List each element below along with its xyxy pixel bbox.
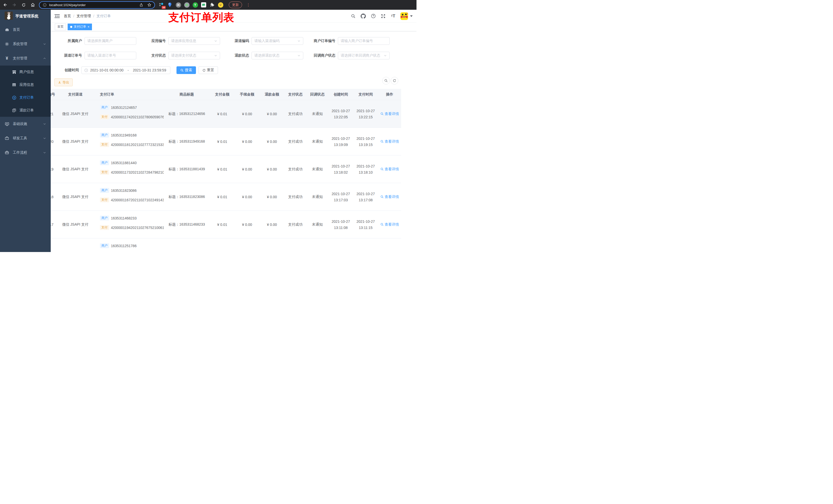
sidebar-item-5[interactable]: ¥支付订单: [0, 91, 51, 104]
logo[interactable]: 芋道管理系统: [0, 10, 51, 23]
info-icon[interactable]: [42, 2, 47, 7]
y-icon[interactable]: Y: [192, 2, 198, 8]
forward-icon[interactable]: [12, 2, 17, 7]
help-icon[interactable]: [371, 13, 376, 19]
time-line: 2021-10-27: [332, 218, 350, 224]
share-icon[interactable]: [139, 2, 144, 7]
export-button[interactable]: 导出: [54, 78, 73, 86]
filter-select[interactable]: 请选择退款状态: [252, 52, 303, 59]
update-button[interactable]: 更新: [229, 2, 242, 8]
cell-action: 查看详情: [378, 100, 401, 127]
github-icon[interactable]: [360, 13, 366, 19]
cell-amount: ¥ 0.01: [210, 211, 235, 238]
sidebar-item-6[interactable]: 退款订单: [0, 104, 51, 117]
time-line: 2021-10-27: [357, 218, 375, 224]
breadcrumb-home[interactable]: 首页: [64, 14, 71, 19]
puzzle-icon[interactable]: [209, 2, 215, 8]
url-text[interactable]: localhost:1024/pay/order: [49, 3, 86, 7]
view-detail-link[interactable]: 查看详情: [380, 195, 399, 199]
sidebar-item-9[interactable]: 工作流程: [0, 145, 51, 160]
chat-icon[interactable]: [201, 2, 207, 8]
map-pin-icon[interactable]: [167, 2, 173, 8]
back-icon[interactable]: [3, 2, 8, 7]
date-start: 2021-10-01 00:00:00: [90, 68, 123, 72]
cell-amount: [210, 238, 235, 252]
breadcrumb-pay[interactable]: 支付管理: [77, 14, 91, 19]
cell-id: 18: [51, 183, 57, 211]
avatar[interactable]: [400, 12, 408, 20]
cell-action: 查看详情: [378, 211, 401, 238]
close-icon[interactable]: ×: [88, 25, 89, 29]
cell-paid-time: 2021-10-2713:19:15: [353, 128, 378, 155]
extension-diamond-icon[interactable]: 10: [159, 2, 164, 8]
pay-order-no: 4200001194202110276752100612: [111, 225, 164, 230]
cell-title: [164, 238, 210, 252]
user-menu[interactable]: [400, 12, 413, 20]
sidebar-item-3[interactable]: 商户信息: [0, 66, 51, 78]
font-size-icon[interactable]: TT: [390, 13, 396, 19]
search-button[interactable]: 搜索: [176, 66, 196, 74]
date-range-input[interactable]: 2021-10-01 00:00:00 - 2021-10-31 23:59:5…: [81, 66, 170, 74]
sidebar-item-2[interactable]: ¥支付管理: [0, 51, 51, 66]
view-detail-link[interactable]: 查看详情: [380, 167, 399, 172]
browser-menu-icon[interactable]: ⋮: [246, 3, 250, 7]
command-icon[interactable]: ⌘: [175, 2, 181, 8]
cell-title: 标题：1635311823086: [164, 183, 210, 211]
filter-select[interactable]: 请选择订单回调商户状态: [338, 52, 389, 59]
sidebar-item-label: 系统管理: [13, 42, 27, 46]
breadcrumb-current: 支付订单: [97, 14, 111, 19]
cell-title: 标题：1635312124656: [164, 100, 210, 127]
filter-input[interactable]: 请输入渠道订单号: [85, 52, 136, 59]
filter-input[interactable]: 请输入商户订单编号: [338, 37, 389, 45]
column-header: 退款金额: [260, 89, 284, 100]
sidebar-item-0[interactable]: 首页: [0, 23, 51, 37]
breadcrumb: 首页 / 支付管理 / 支付订单: [64, 14, 111, 19]
filter-label: 渠道编码: [220, 39, 252, 43]
refresh-icon: [203, 69, 206, 72]
merchant-order-no: 1635311949168: [111, 133, 137, 137]
column-header: 手续金额: [235, 89, 260, 100]
sidebar-item-label: 退款订单: [20, 108, 34, 113]
toolbox-icon: [5, 136, 9, 141]
yen-icon: ¥: [5, 56, 9, 61]
search-icon[interactable]: [351, 13, 356, 19]
view-detail-link[interactable]: 查看详情: [380, 222, 399, 227]
filter-field: 渠道编码请输入渠道编码: [220, 37, 303, 45]
view-detail-link[interactable]: 查看详情: [380, 139, 399, 144]
merchant-order-line: 商户1635311949168: [100, 132, 137, 138]
tag-pay-order[interactable]: 支付订单 ×: [68, 24, 92, 30]
filter-label: 渠道订单号: [54, 53, 85, 58]
filter-select[interactable]: 请选择应用信息: [168, 37, 220, 45]
filter-input[interactable]: 请选择所属商户: [85, 37, 136, 45]
refresh-button[interactable]: [390, 77, 398, 85]
record-icon[interactable]: [184, 2, 190, 8]
home-icon[interactable]: [30, 2, 35, 7]
sidebar-toggle-icon[interactable]: [54, 14, 60, 19]
sidebar-item-8[interactable]: 研发工具: [0, 131, 51, 145]
cell-paid-time: 2021-10-2713:17:08: [353, 183, 378, 211]
view-detail-label: 查看详情: [385, 195, 399, 199]
cell-created-time: 2021-10-2713:22:05: [328, 100, 353, 127]
filter-select[interactable]: 请输入渠道编码: [252, 37, 303, 45]
search-toggle-button[interactable]: [382, 77, 390, 85]
emoji-icon[interactable]: [218, 2, 223, 8]
url-bar[interactable]: localhost:1024/pay/order: [39, 1, 155, 9]
time-line: 2021-10-27: [332, 191, 350, 197]
sidebar-item-7[interactable]: 基础设施: [0, 117, 51, 131]
time-line: 13:18:10: [359, 169, 373, 175]
fullscreen-icon[interactable]: [380, 13, 386, 19]
filter-field: 渠道订单号请输入渠道订单号: [54, 52, 136, 59]
tag-home[interactable]: 首页: [55, 24, 66, 30]
cell-notify: 未通知: [306, 183, 328, 211]
view-detail-link[interactable]: 查看详情: [380, 112, 399, 116]
filter-field: 支付状态请选择支付状态: [136, 52, 220, 59]
column-header: 支付金额: [210, 89, 235, 100]
filter-label: 回调商户状态: [303, 53, 338, 58]
sidebar-item-4[interactable]: 应用信息: [0, 78, 51, 91]
reset-button[interactable]: 重置: [198, 66, 218, 74]
star-icon[interactable]: [147, 2, 152, 7]
reload-icon[interactable]: [21, 2, 26, 7]
sidebar-item-1[interactable]: 系统管理: [0, 37, 51, 51]
filter-select[interactable]: 请选择支付状态: [168, 52, 220, 59]
main-area: 首页 / 支付管理 / 支付订单 TT: [51, 10, 416, 252]
